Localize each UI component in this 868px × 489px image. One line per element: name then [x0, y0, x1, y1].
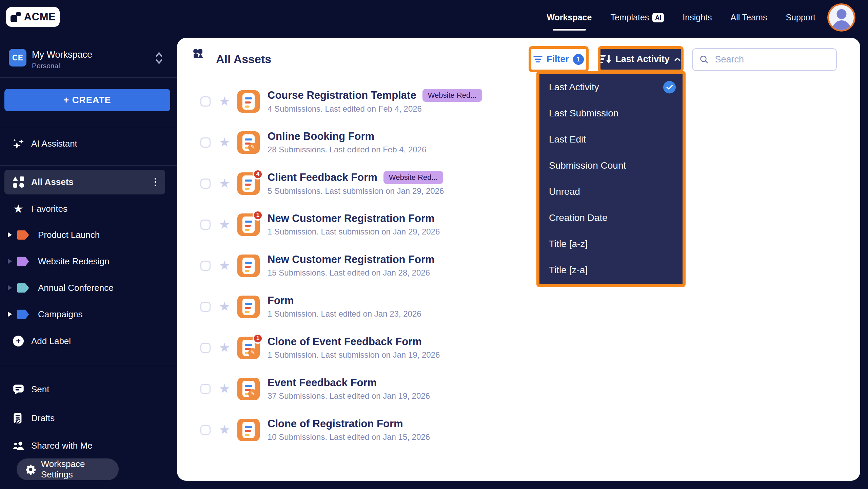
kebab-menu-icon[interactable] — [155, 178, 156, 186]
form-icon: 1 — [237, 213, 260, 236]
asset-row[interactable]: ★ ✎ Online Booking Form 28 Submissions. … — [177, 122, 860, 163]
asset-row[interactable]: ★ Clone of Registration Form 10 Submissi… — [177, 409, 860, 450]
favorite-star-icon[interactable]: ★ — [219, 424, 230, 436]
create-button[interactable]: + CREATE — [4, 89, 170, 111]
sidebar-item-label: All Assets — [31, 177, 74, 187]
nav-all-teams-label: All Teams — [731, 13, 767, 22]
nav-support[interactable]: Support — [786, 13, 815, 22]
filter-button[interactable]: Filter 1 — [529, 46, 589, 72]
sort-option-label: Title [a-z] — [549, 239, 588, 249]
row-checkbox[interactable] — [200, 178, 211, 189]
asset-row[interactable]: ★ 1 ✎ Clone of Event Feedback Form 1 Sub… — [177, 327, 860, 368]
asset-row[interactable]: ★ 4 Client Feedback Form Website Red... … — [177, 163, 860, 204]
asset-row[interactable]: ★ Course Registration Template Website R… — [177, 81, 860, 122]
row-checkbox[interactable] — [200, 384, 211, 394]
sidebar-label-item[interactable]: Annual Conference — [4, 279, 165, 297]
acme-logo[interactable]: ACME — [6, 7, 60, 27]
workspace-settings-button[interactable]: Workspace Settings — [17, 458, 119, 480]
sort-button-label: Last Activity — [615, 54, 670, 64]
row-checkbox[interactable] — [200, 220, 211, 230]
sort-option[interactable]: Last Edit — [539, 126, 683, 152]
sort-option-label: Last Edit — [549, 134, 586, 145]
asset-title[interactable]: New Customer Registration Form — [268, 212, 435, 225]
favorite-star-icon[interactable]: ★ — [219, 177, 230, 190]
sort-option[interactable]: Last Activity — [539, 74, 683, 100]
row-checkbox[interactable] — [200, 343, 211, 353]
avatar-person-icon — [836, 9, 846, 19]
asset-row[interactable]: ★ 1 New Customer Registration Form 1 Sub… — [177, 204, 860, 245]
row-checkbox[interactable] — [200, 302, 211, 312]
asset-meta: 28 Submissions. Last edited on Feb 4, 20… — [268, 145, 426, 154]
asset-title[interactable]: Clone of Registration Form — [268, 418, 403, 430]
sidebar-item-shared-with-me[interactable]: Shared with Me — [4, 436, 165, 450]
filter-icon — [533, 56, 542, 63]
nav-support-label: Support — [786, 13, 815, 22]
favorite-star-icon[interactable]: ★ — [219, 382, 230, 395]
sent-chat-icon — [12, 384, 24, 395]
workspace-settings-label: Workspace Settings — [41, 459, 119, 480]
sidebar-item-all-assets[interactable]: All Assets — [4, 170, 165, 194]
label-badge: Website Red... — [383, 171, 443, 184]
check-icon — [666, 84, 673, 90]
row-checkbox[interactable] — [200, 96, 211, 107]
form-icon: 1 ✎ — [237, 337, 260, 359]
favorite-star-icon[interactable]: ★ — [219, 136, 230, 149]
caret-icon[interactable] — [8, 232, 12, 238]
sort-option[interactable]: Title [z-a] — [539, 257, 683, 283]
sidebar-item-sent[interactable]: Sent — [4, 380, 165, 398]
asset-row[interactable]: ★ Form 1 Submission. Last edited on Jan … — [177, 286, 860, 327]
asset-meta: 5 Submissions. Last submission on Jan 29… — [268, 186, 444, 196]
sort-option[interactable]: Submission Count — [539, 152, 683, 178]
nav-all-teams[interactable]: All Teams — [731, 13, 767, 22]
row-checkbox[interactable] — [200, 261, 211, 271]
asset-meta: 37 Submissions. Last edited on Jan 19, 2… — [268, 391, 430, 401]
favorite-star-icon[interactable]: ★ — [219, 341, 230, 354]
asset-title[interactable]: Event Feedback Form — [268, 377, 377, 389]
favorite-star-icon[interactable]: ★ — [219, 218, 230, 231]
favorite-star-icon[interactable]: ★ — [219, 259, 230, 272]
sidebar-label-item[interactable]: Campaigns — [4, 305, 165, 323]
caret-icon[interactable] — [8, 259, 12, 264]
sort-option[interactable]: Unread — [539, 178, 683, 205]
sidebar-label-item[interactable]: Product Launch — [4, 226, 165, 244]
nav-insights[interactable]: Insights — [683, 13, 712, 22]
caret-icon[interactable] — [8, 312, 12, 317]
favorite-star-icon[interactable]: ★ — [219, 300, 230, 313]
workspace-switcher-chevrons-icon[interactable] — [155, 51, 163, 67]
favorite-star-icon[interactable]: ★ — [219, 95, 230, 108]
row-checkbox[interactable] — [200, 137, 211, 148]
asset-row[interactable]: ★ New Customer Registration Form 15 Subm… — [177, 245, 860, 286]
sort-option[interactable]: Title [a-z] — [539, 231, 683, 257]
asset-title[interactable]: New Customer Registration Form — [268, 253, 435, 266]
asset-title[interactable]: Clone of Event Feedback Form — [268, 336, 422, 348]
asset-row[interactable]: ★ ✎ Event Feedback Form 37 Submissions. … — [177, 368, 860, 409]
row-checkbox[interactable] — [200, 425, 211, 435]
user-avatar[interactable] — [827, 3, 855, 32]
form-icon — [237, 90, 260, 113]
sidebar-item-drafts[interactable]: Drafts — [4, 409, 165, 427]
sort-option[interactable]: Last Submission — [539, 100, 683, 126]
sidebar-item-label: Favorites — [31, 204, 67, 214]
asset-title[interactable]: Course Registration Template — [268, 89, 416, 101]
sidebar-label-item[interactable]: Website Redesign — [4, 252, 165, 270]
form-icon: 4 — [237, 172, 260, 195]
sort-option[interactable]: Creation Date — [539, 205, 683, 231]
nav-workspace[interactable]: Workspace — [547, 13, 592, 22]
nav-templates[interactable]: Templates AI — [610, 13, 664, 22]
asset-title[interactable]: Client Feedback Form — [268, 171, 377, 184]
sort-button[interactable]: Last Activity — [598, 46, 684, 72]
asset-title[interactable]: Online Booking Form — [268, 130, 374, 143]
caret-icon[interactable] — [8, 285, 12, 290]
search-box — [692, 48, 837, 71]
sidebar-item-ai-assistant[interactable]: AI Assistant — [4, 134, 165, 153]
star-icon: ★ — [12, 203, 24, 214]
sidebar-label-text: Product Launch — [38, 230, 100, 240]
asset-title[interactable]: Form — [268, 295, 294, 307]
sort-option-label: Creation Date — [549, 212, 608, 223]
form-icon — [237, 255, 260, 277]
check-circle — [663, 81, 676, 93]
sidebar-item-add-label[interactable]: + Add Label — [4, 332, 165, 350]
sidebar-item-favorites[interactable]: ★ Favorites — [4, 200, 165, 218]
unread-count-badge: 1 — [253, 210, 263, 221]
search-input[interactable] — [714, 54, 829, 65]
